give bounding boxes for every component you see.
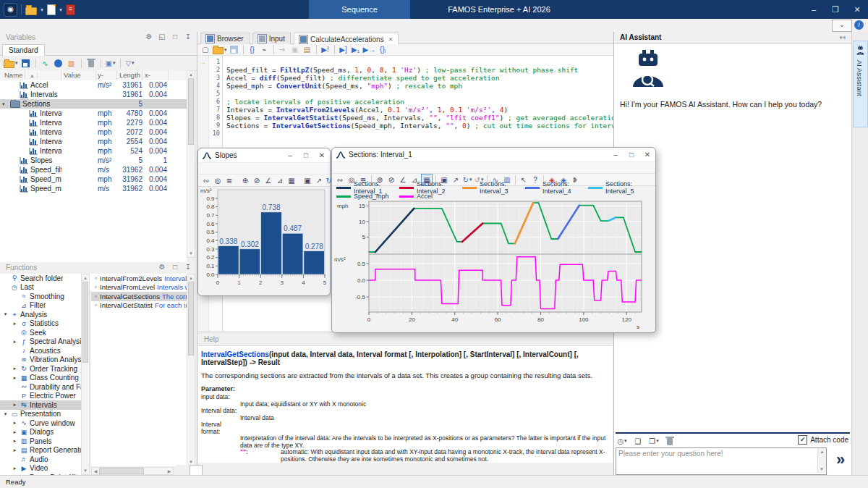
tree-smoothing[interactable]: ≈ Smoothing <box>0 292 81 301</box>
sections-line-chart[interactable]: 51015-0.50.00.5mphm/s²020406080100120s <box>333 201 653 332</box>
tree-vibration-analysis[interactable]: ≋ Vibration Analysis <box>0 356 81 365</box>
pin-panel-icon[interactable]: ↤ <box>840 33 846 41</box>
expander-icon[interactable]: ▸ <box>12 321 18 327</box>
IntervalFrom2Levels[interactable]: ∘ IntervalFrom2Levels Intervals are deri… <box>91 274 187 283</box>
info-icon[interactable]: i <box>854 20 864 30</box>
new-dropdown-icon[interactable]: ▾ <box>59 7 62 13</box>
maximize-button[interactable]: □ <box>298 151 314 159</box>
delete-chat-icon[interactable]: ▾ <box>665 436 675 447</box>
open-sequence-icon[interactable]: ▾ <box>213 44 227 55</box>
tree-panels[interactable]: ▸ ▥ Panels <box>0 437 81 446</box>
toolbar-icon[interactable] <box>120 59 121 68</box>
Speed_ms[interactable]: Speed_ms m/s 31962 0.004 <box>0 184 187 193</box>
functions-list-hscrollbar[interactable]: ◀▶ <box>91 467 174 475</box>
open-dropdown-icon[interactable]: ▾ <box>41 7 43 13</box>
checkbox-checked-icon[interactable]: ✓ <box>798 435 807 445</box>
Intervals[interactable]: Intervals 31961 0.004 <box>0 90 187 99</box>
variables-tab-standard[interactable]: Standard <box>2 44 45 56</box>
tree-presentation[interactable]: ▾ ▭ Presentation <box>0 410 81 419</box>
zoom-off-icon[interactable]: ⊘ ▾ <box>252 175 262 186</box>
delete-variable-icon[interactable]: ▾ <box>86 58 96 69</box>
toolbar-options-button[interactable]: ⌄ <box>832 20 852 32</box>
menu-item[interactable] <box>75 19 81 32</box>
sequence-ribbon-tab[interactable]: Sequence <box>309 0 410 19</box>
close-tab-icon[interactable]: ✕ <box>388 36 393 43</box>
close-button[interactable]: ✕ <box>639 151 655 159</box>
tree-class-counting[interactable]: ▸ ▦ Class Counting <box>0 374 81 383</box>
tree-curve-window[interactable]: ▸ ∿ Curve window <box>0 418 81 428</box>
menu-item[interactable] <box>317 19 323 32</box>
toolbar-icon[interactable] <box>316 45 317 54</box>
Speed_mph[interactable]: Speed_mph mph 31962 0.004 <box>0 174 187 184</box>
run-single-step-icon[interactable]: ▶₁ ▾ <box>351 44 361 55</box>
minimize-button[interactable]: – <box>803 0 825 19</box>
toolbar-icon[interactable] <box>35 59 36 68</box>
IntervalGetSections[interactable]: ∘ IntervalGetSections The corresponding … <box>91 292 187 301</box>
slopes-titlebar[interactable]: Slopes – □ ✕ <box>198 148 330 163</box>
expander-icon[interactable]: ▸ <box>12 366 18 371</box>
menu-item[interactable] <box>17 19 23 32</box>
window-menu-item[interactable] <box>204 163 214 174</box>
expander-icon[interactable]: ▸ <box>12 339 18 345</box>
IntervalFromLevel[interactable]: ∘ IntervalFromLevel Intervals with immed… <box>91 283 187 293</box>
tree-search-folder[interactable]: ⚲ Search folder <box>0 274 81 283</box>
help-bottom-tab[interactable] <box>176 465 188 475</box>
tree-acoustics[interactable]: ♪ Acoustics <box>0 346 81 356</box>
Slopes[interactable]: Slopes m/s² 5 1 <box>0 156 187 165</box>
expander-icon[interactable]: ▸ <box>12 375 18 381</box>
sections-titlebar[interactable]: Sections: Interval_1 – □ ✕ <box>332 148 655 162</box>
tree-order-tracking[interactable]: ▸ ↻ Order Tracking <box>0 364 81 374</box>
goto-icon[interactable]: ➔ ▾ <box>278 44 288 55</box>
watch-variables-icon[interactable]: {}ᵢ ▾ <box>378 44 388 55</box>
Interval_4[interactable]: Interval_4 mph 2554 0.004 <box>0 137 187 146</box>
Interval_3[interactable]: Interval_3 mph 2072 0.004 <box>0 127 187 137</box>
send-button[interactable]: » <box>831 449 850 472</box>
close-button[interactable]: ✕ <box>314 151 330 159</box>
menu-item[interactable] <box>172 19 178 32</box>
maximize-button[interactable]: ❒ <box>825 0 846 19</box>
insert-function-icon[interactable]: {} ▾ <box>247 44 258 55</box>
open-variable-icon[interactable]: ▾ <box>4 58 18 69</box>
Interval_2[interactable]: Interval_2 mph 2279 0.004 <box>0 118 187 127</box>
grid-icon[interactable]: ▦ ▾ <box>286 175 297 186</box>
help-bottom-tab[interactable] <box>204 465 216 475</box>
tree-durability[interactable]: ∾ Durability and Fatigue <box>0 382 81 392</box>
expander-icon[interactable]: ▸ <box>12 402 18 408</box>
sections-curve-window[interactable]: Sections: Interval_1 – □ ✕ ∾ ▾ ◎ ▾ ≣ ▾ ⊕… <box>331 147 656 333</box>
show-curve-icon[interactable]: ∿ ▾ <box>41 58 51 69</box>
show-panel-icon[interactable]: ▥ ▾ <box>67 58 77 69</box>
tree-seek[interactable]: ◎ Seek <box>0 328 81 337</box>
toolbar-icon[interactable] <box>273 45 274 54</box>
maximize-panel-icon[interactable]: □ <box>171 33 179 41</box>
tree-report-generator[interactable]: ▸ ▤ Report Generator <box>0 446 81 455</box>
save-variable-icon[interactable]: ▾ <box>21 58 31 69</box>
window-menu-item[interactable] <box>214 163 224 174</box>
IntervalGetStatist[interactable]: ∘ IntervalGetStatist For each interval w… <box>91 301 187 311</box>
window-menu-item[interactable] <box>224 163 234 174</box>
tree-electric-power[interactable]: P Electric Power <box>0 392 81 401</box>
maximize-panel-icon[interactable]: □ <box>171 263 179 271</box>
slopes-bar-chart[interactable]: m/s²0.00.10.20.30.40.50.60.70.80.90.3380… <box>199 186 328 296</box>
link-curves-icon[interactable]: ∾ ▾ <box>201 175 211 186</box>
open-project-icon[interactable] <box>25 7 37 15</box>
ai-assistant-side-tab[interactable]: AI Assistant <box>853 41 868 127</box>
run-to-cursor-icon[interactable]: ▶] ▾ <box>339 44 349 55</box>
slopes-curve-window[interactable]: Slopes – □ ✕ ∾ ▾ ◎ ▾ ≣ ▾ ⊕ ▾ ⊘ ▾ ∠ ▾ ⊿ ▾… <box>197 148 331 296</box>
tree-dialogs[interactable]: ▸ ▣ Dialogs <box>0 428 81 437</box>
expander-icon[interactable]: ▾ <box>2 101 8 107</box>
expander-icon[interactable]: ▾ <box>2 411 9 417</box>
tree-intervals[interactable]: ▸ ↹ Intervals <box>0 400 81 410</box>
toolbar-icon[interactable] <box>81 59 82 68</box>
Interval_1[interactable]: Interval_1 mph 4780 0.004 <box>0 109 187 118</box>
history-icon[interactable]: ◷ ▾ <box>617 436 627 447</box>
recent-icon[interactable]: ≡ <box>66 4 75 15</box>
window-menu-item[interactable] <box>358 162 368 173</box>
help-bottom-tab[interactable] <box>190 465 203 475</box>
pin-panel-icon[interactable]: ↧ <box>184 33 192 41</box>
slope-icon[interactable]: ⊿ ▾ <box>275 175 285 186</box>
window-menu-item[interactable] <box>234 163 244 174</box>
Sections[interactable]: ▾ Sections 5 <box>0 99 187 109</box>
filter-variables-icon[interactable]: ▽ ▾ <box>125 58 135 69</box>
toolbar-icon[interactable] <box>334 45 335 54</box>
Interval_5[interactable]: Interval_5 mph 524 0.004 <box>0 146 187 156</box>
